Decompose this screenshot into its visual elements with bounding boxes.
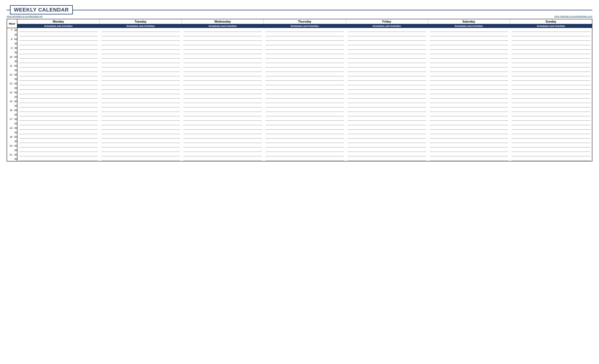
slot-cell[interactable] — [100, 148, 182, 152]
slot-cell[interactable] — [182, 28, 264, 32]
slot-cell[interactable] — [264, 68, 346, 72]
slot-cell[interactable] — [264, 63, 346, 68]
slot-cell[interactable] — [346, 68, 428, 72]
slot-cell[interactable] — [182, 104, 264, 108]
slot-cell[interactable] — [510, 63, 592, 68]
slot-cell[interactable] — [428, 77, 510, 81]
slot-cell[interactable] — [428, 95, 510, 99]
slot-cell[interactable] — [264, 32, 346, 37]
slot-cell[interactable] — [17, 68, 100, 72]
slot-cell[interactable] — [100, 90, 182, 95]
slot-cell[interactable] — [264, 108, 346, 112]
slot-cell[interactable] — [182, 95, 264, 99]
slot-cell[interactable] — [17, 121, 100, 126]
slot-cell[interactable] — [182, 152, 264, 157]
slot-cell[interactable] — [346, 46, 428, 50]
slot-cell[interactable] — [510, 152, 592, 157]
slot-cell[interactable] — [182, 90, 264, 95]
slot-cell[interactable] — [428, 81, 510, 86]
slot-cell[interactable] — [17, 130, 100, 135]
slot-cell[interactable] — [100, 77, 182, 81]
slot-cell[interactable] — [428, 157, 510, 161]
slot-cell[interactable] — [510, 32, 592, 37]
slot-cell[interactable] — [182, 63, 264, 68]
slot-cell[interactable] — [510, 28, 592, 32]
slot-cell[interactable] — [100, 126, 182, 130]
slot-cell[interactable] — [264, 112, 346, 117]
slot-cell[interactable] — [17, 152, 100, 157]
slot-cell[interactable] — [428, 41, 510, 46]
slot-cell[interactable] — [17, 37, 100, 41]
slot-cell[interactable] — [17, 135, 100, 139]
slot-cell[interactable] — [510, 143, 592, 148]
slot-cell[interactable] — [428, 148, 510, 152]
slot-cell[interactable] — [182, 46, 264, 50]
slot-cell[interactable] — [17, 148, 100, 152]
slot-cell[interactable] — [182, 148, 264, 152]
link-templates[interactable]: more templates at exceltemplate.net — [7, 15, 42, 18]
slot-cell[interactable] — [182, 59, 264, 63]
slot-cell[interactable] — [428, 50, 510, 55]
slot-cell[interactable] — [346, 126, 428, 130]
slot-cell[interactable] — [182, 86, 264, 90]
slot-cell[interactable] — [100, 143, 182, 148]
slot-cell[interactable] — [346, 117, 428, 121]
slot-cell[interactable] — [346, 148, 428, 152]
slot-cell[interactable] — [100, 152, 182, 157]
slot-cell[interactable] — [17, 117, 100, 121]
slot-cell[interactable] — [100, 157, 182, 161]
slot-cell[interactable] — [510, 46, 592, 50]
slot-cell[interactable] — [346, 72, 428, 77]
slot-cell[interactable] — [264, 41, 346, 46]
slot-cell[interactable] — [17, 112, 100, 117]
slot-cell[interactable] — [100, 108, 182, 112]
slot-cell[interactable] — [182, 41, 264, 46]
slot-cell[interactable] — [264, 72, 346, 77]
slot-cell[interactable] — [346, 86, 428, 90]
slot-cell[interactable] — [17, 86, 100, 90]
slot-cell[interactable] — [346, 28, 428, 32]
slot-cell[interactable] — [17, 46, 100, 50]
slot-cell[interactable] — [17, 95, 100, 99]
slot-cell[interactable] — [17, 77, 100, 81]
slot-cell[interactable] — [510, 126, 592, 130]
slot-cell[interactable] — [428, 90, 510, 95]
slot-cell[interactable] — [346, 135, 428, 139]
slot-cell[interactable] — [510, 37, 592, 41]
slot-cell[interactable] — [100, 55, 182, 59]
slot-cell[interactable] — [264, 130, 346, 135]
slot-cell[interactable] — [428, 135, 510, 139]
slot-cell[interactable] — [346, 90, 428, 95]
slot-cell[interactable] — [100, 117, 182, 121]
slot-cell[interactable] — [264, 143, 346, 148]
slot-cell[interactable] — [17, 143, 100, 148]
slot-cell[interactable] — [100, 72, 182, 77]
slot-cell[interactable] — [182, 50, 264, 55]
slot-cell[interactable] — [428, 139, 510, 143]
slot-cell[interactable] — [17, 139, 100, 143]
slot-cell[interactable] — [510, 59, 592, 63]
slot-cell[interactable] — [100, 32, 182, 37]
slot-cell[interactable] — [428, 68, 510, 72]
slot-cell[interactable] — [182, 117, 264, 121]
slot-cell[interactable] — [100, 130, 182, 135]
slot-cell[interactable] — [510, 99, 592, 104]
slot-cell[interactable] — [346, 104, 428, 108]
slot-cell[interactable] — [346, 143, 428, 148]
slot-cell[interactable] — [346, 81, 428, 86]
slot-cell[interactable] — [428, 55, 510, 59]
slot-cell[interactable] — [17, 41, 100, 46]
slot-cell[interactable] — [100, 41, 182, 46]
slot-cell[interactable] — [346, 59, 428, 63]
slot-cell[interactable] — [264, 104, 346, 108]
slot-cell[interactable] — [100, 81, 182, 86]
slot-cell[interactable] — [264, 126, 346, 130]
slot-cell[interactable] — [17, 157, 100, 161]
slot-cell[interactable] — [264, 28, 346, 32]
slot-cell[interactable] — [100, 46, 182, 50]
slot-cell[interactable] — [510, 77, 592, 81]
slot-cell[interactable] — [510, 148, 592, 152]
slot-cell[interactable] — [182, 108, 264, 112]
slot-cell[interactable] — [264, 99, 346, 104]
slot-cell[interactable] — [346, 121, 428, 126]
